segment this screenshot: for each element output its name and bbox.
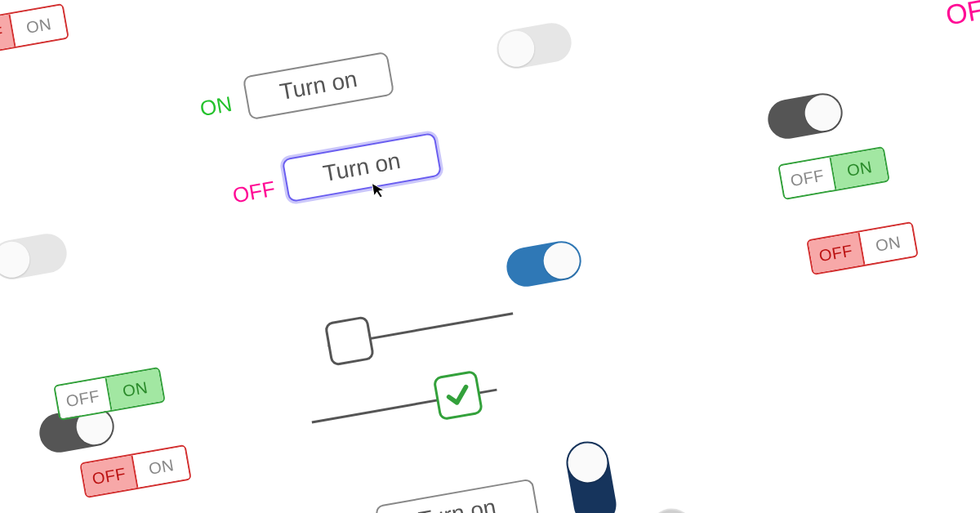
turn-on-button-partial[interactable]: Turn on: [375, 478, 540, 513]
slider-handle-check[interactable]: [433, 370, 484, 422]
segment-off[interactable]: OFF: [55, 377, 112, 419]
segment-on[interactable]: ON: [11, 5, 68, 47]
toggle-knob: [0, 239, 33, 280]
toggle-knob: [802, 92, 844, 134]
toggle-pill-grey-off-1[interactable]: [494, 20, 575, 71]
slider-checked[interactable]: [308, 362, 525, 447]
segment-on[interactable]: ON: [860, 223, 917, 265]
segment-off[interactable]: OFF: [779, 157, 836, 199]
slider-handle-empty[interactable]: [324, 315, 376, 367]
toggle-pill-dark-on-1[interactable]: [765, 90, 846, 141]
turn-on-button-focused[interactable]: Turn on: [282, 132, 442, 203]
toggle-knob: [541, 240, 582, 282]
cursor-icon: [370, 181, 388, 201]
check-icon: [442, 379, 474, 411]
segment-on[interactable]: ON: [831, 148, 889, 190]
toggle-pill-blue-on[interactable]: [504, 238, 585, 289]
toggle-knob: [565, 440, 611, 486]
on-label-green: ON: [198, 91, 234, 122]
off-label-magenta: OFF: [231, 176, 278, 209]
segment-on[interactable]: ON: [107, 368, 164, 410]
toggle-pill-grey-off-2[interactable]: [0, 230, 69, 282]
off-label-topright: OFF: [943, 0, 980, 32]
slider-unchecked[interactable]: [308, 288, 525, 373]
segment-off[interactable]: OFF: [81, 455, 138, 497]
segmented-toggle-red-1[interactable]: OFF ON: [806, 221, 919, 275]
turn-on-button-1[interactable]: Turn on: [243, 51, 395, 120]
segment-off[interactable]: OFF: [808, 232, 865, 274]
segmented-toggle-green-2[interactable]: OFF ON: [53, 367, 166, 421]
toggle-pill-vertical-grey[interactable]: [646, 505, 705, 513]
toggle-knob: [496, 28, 537, 69]
segmented-toggle-red-2[interactable]: OFF ON: [79, 444, 192, 498]
toggle-knob: [648, 506, 695, 513]
segmented-toggle-green-1[interactable]: OFF ON: [777, 146, 890, 200]
segment-on[interactable]: ON: [133, 446, 190, 488]
segmented-toggle-red-topleft[interactable]: OFF ON: [0, 3, 69, 57]
toggle-pill-vertical-navy[interactable]: [563, 438, 619, 513]
